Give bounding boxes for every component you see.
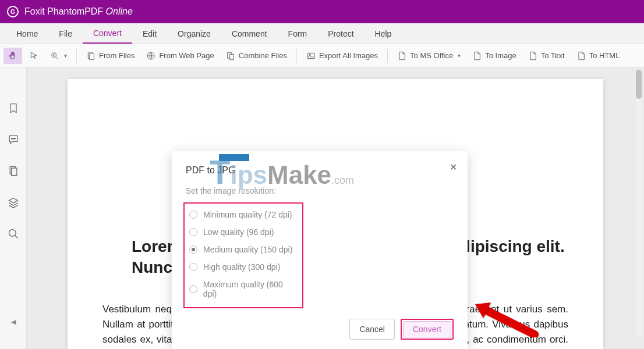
menu-home[interactable]: Home	[6, 24, 48, 43]
separator	[76, 49, 77, 63]
bookmark-icon[interactable]	[8, 102, 19, 114]
dialog-buttons: Cancel Convert	[186, 319, 454, 340]
hand-tool-button[interactable]	[3, 48, 22, 64]
layers-icon[interactable]	[8, 197, 19, 208]
menubar: Home File Convert Edit Organize Comment …	[0, 23, 644, 44]
doc-icon	[528, 51, 537, 60]
menu-file[interactable]: File	[48, 24, 83, 43]
image-icon	[306, 51, 316, 60]
from-web-button[interactable]: From Web Page	[141, 48, 218, 64]
comment-icon[interactable]	[8, 134, 19, 145]
separator	[296, 49, 297, 63]
titlebar: G Foxit PhantomPDF Online	[0, 0, 644, 23]
menu-form[interactable]: Form	[278, 24, 318, 43]
to-ms-office-button[interactable]: To MS Office ▾	[392, 48, 465, 64]
collapse-icon[interactable]: ◀	[11, 318, 16, 326]
radio-icon	[189, 263, 197, 271]
export-images-button[interactable]: Export All Images	[302, 48, 383, 64]
doc-icon	[576, 51, 586, 60]
menu-comment[interactable]: Comment	[221, 24, 278, 43]
radio-icon	[189, 211, 197, 219]
radio-label: Minimum quality (72 dpi)	[203, 210, 292, 219]
menu-help[interactable]: Help	[365, 24, 402, 43]
svg-rect-5	[229, 54, 233, 59]
menu-edit[interactable]: Edit	[132, 24, 167, 43]
radio-label: High quality (300 dpi)	[203, 262, 280, 272]
from-web-label: From Web Page	[159, 51, 214, 60]
toolbar: ▾ From Files From Web Page Combine Files…	[0, 44, 644, 67]
app-name: Foxit PhantomPDF	[24, 6, 103, 16]
file-icon	[86, 51, 95, 60]
scrollbar[interactable]	[636, 70, 642, 337]
radio-icon	[189, 245, 197, 254]
combine-icon	[226, 51, 235, 60]
svg-point-9	[13, 138, 14, 140]
menu-protect[interactable]: Protect	[317, 24, 364, 43]
app-logo-icon: G	[7, 6, 19, 17]
scrollbar-thumb[interactable]	[636, 70, 642, 99]
chevron-down-icon: ▾	[458, 52, 461, 59]
annotation-arrow-icon	[470, 300, 540, 340]
radio-minimum-quality[interactable]: Minimum quality (72 dpi)	[189, 206, 298, 223]
dialog-subtitle: Set the image resolution:	[186, 186, 454, 195]
radio-medium-quality[interactable]: Medium quality (150 dpi)	[189, 241, 298, 258]
to-image-label: To Image	[485, 51, 516, 60]
select-tool-button[interactable]	[24, 48, 43, 64]
radio-label: Low quality (96 dpi)	[203, 227, 274, 237]
chevron-down-icon: ▾	[64, 52, 67, 59]
svg-point-8	[11, 138, 12, 140]
radio-high-quality[interactable]: High quality (300 dpi)	[189, 258, 298, 276]
svg-rect-2	[89, 54, 94, 60]
sidebar: ◀	[0, 67, 27, 349]
doc-icon	[472, 51, 482, 60]
pdf-to-jpg-dialog: PDF to JPG ✕ Set the image resolution: M…	[172, 151, 468, 349]
close-button[interactable]: ✕	[450, 162, 457, 173]
combine-files-button[interactable]: Combine Files	[221, 48, 292, 64]
svg-rect-12	[11, 168, 16, 176]
convert-button-highlight: Convert	[401, 319, 454, 340]
to-office-label: To MS Office	[410, 51, 453, 60]
menu-organize[interactable]: Organize	[167, 24, 221, 43]
radio-icon	[189, 285, 197, 293]
resolution-radio-group: Minimum quality (72 dpi) Low quality (96…	[183, 202, 303, 308]
separator	[387, 49, 388, 63]
close-icon: ✕	[450, 162, 457, 172]
radio-label: Medium quality (150 dpi)	[203, 245, 292, 254]
hand-icon	[8, 51, 17, 60]
radio-label: Maximum quality (600 dpi)	[203, 280, 298, 298]
pages-icon[interactable]	[8, 165, 19, 177]
doc-icon	[397, 51, 406, 60]
dialog-title: PDF to JPG	[186, 165, 454, 176]
radio-icon	[189, 228, 197, 236]
svg-point-10	[14, 138, 15, 140]
from-files-label: From Files	[99, 51, 135, 60]
cursor-icon	[29, 51, 38, 60]
app-suffix: Online	[106, 6, 133, 16]
radio-low-quality[interactable]: Low quality (96 dpi)	[189, 223, 298, 241]
to-text-button[interactable]: To Text	[523, 48, 569, 64]
from-files-button[interactable]: From Files	[82, 48, 139, 64]
to-image-button[interactable]: To Image	[468, 48, 521, 64]
to-text-label: To Text	[541, 51, 565, 60]
cancel-button[interactable]: Cancel	[349, 319, 395, 340]
search-icon[interactable]	[8, 228, 19, 240]
app-title: Foxit PhantomPDF Online	[24, 6, 133, 17]
watermark-bar	[219, 154, 249, 161]
svg-point-13	[9, 230, 16, 237]
combine-label: Combine Files	[239, 51, 287, 60]
zoom-icon	[50, 51, 59, 60]
zoom-tool-button[interactable]: ▾	[45, 48, 72, 64]
to-html-label: To HTML	[589, 51, 620, 60]
to-html-button[interactable]: To HTML	[572, 48, 625, 64]
radio-maximum-quality[interactable]: Maximum quality (600 dpi)	[189, 276, 298, 302]
export-images-label: Export All Images	[319, 51, 378, 60]
menu-convert[interactable]: Convert	[83, 24, 132, 44]
convert-button[interactable]: Convert	[403, 321, 451, 337]
globe-icon	[146, 51, 155, 60]
